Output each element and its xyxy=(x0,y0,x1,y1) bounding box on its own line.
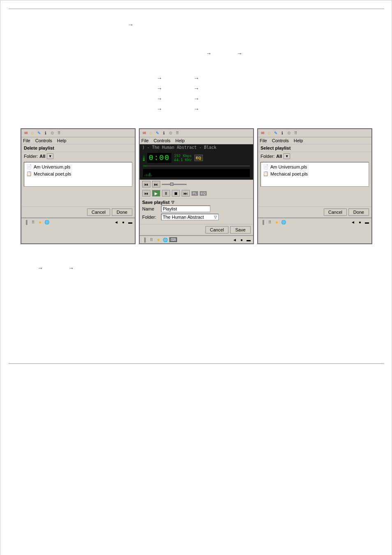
gear-icon-mid: ⚙ xyxy=(168,130,173,136)
right-menu-controls[interactable]: Controls xyxy=(272,138,289,143)
taskbar-play-right[interactable]: ● xyxy=(357,219,363,225)
folder-select[interactable]: The Human Abstract ▽ xyxy=(161,214,219,220)
left-menu-file[interactable]: File xyxy=(23,138,30,143)
edit-icon-mid: ✎ xyxy=(154,130,160,136)
player-display: 0:00 192 Kbps 44.1 KHz EQ xyxy=(140,150,253,180)
edit-icon-left: ✎ xyxy=(36,130,42,136)
left-done-button[interactable]: Done xyxy=(112,208,132,216)
middle-panel-taskbar: ▐ ⠿ ★ 🌐 ⌨ ◄ ● ▬ xyxy=(140,235,253,243)
mid-cancel-button[interactable]: Cancel xyxy=(205,226,228,234)
taskbar-prev-mid[interactable]: ◄ xyxy=(232,237,238,243)
grid-icon-right: ⠿ xyxy=(293,130,298,136)
eq-button[interactable]: EQ xyxy=(200,191,207,196)
gear-icon-right: ⚙ xyxy=(286,130,292,136)
taskbar-prev-left[interactable]: ◄ xyxy=(113,219,119,225)
left-folder-dropdown[interactable]: ▼ xyxy=(47,153,53,159)
right-menu-help[interactable]: Help xyxy=(294,138,303,143)
taskbar-play-left[interactable]: ● xyxy=(120,219,126,225)
left-playlist-area: 📄 Am Universum.pls 📋 Mechaical poet.pls xyxy=(24,162,132,187)
right-playlist-item-2[interactable]: 📋 Mechaical poet.pls xyxy=(262,170,368,177)
folder-form-row: Folder: The Human Abstract ▽ xyxy=(142,213,251,221)
taskbar-kbd-mid: ⌨ xyxy=(169,237,177,242)
bottom-arrows-area: → → xyxy=(9,252,384,355)
grid-icon-left: ⠿ xyxy=(56,130,62,136)
page-container: → → → → → → → → → → → ✉ ☺ ✎ ℹ ⚙ ⠿ xyxy=(0,0,392,555)
volume-slider[interactable] xyxy=(162,184,187,185)
arrow-2: → xyxy=(206,50,212,57)
right-playlist-name-1: Am Universum.pls xyxy=(270,164,307,169)
right-playlist-area: 📄 Am Universum.pls 📋 Mechaical poet.pls xyxy=(261,162,369,187)
left-menu-help[interactable]: Help xyxy=(57,138,67,143)
name-label: Name xyxy=(142,206,159,211)
left-cancel-button[interactable]: Cancel xyxy=(87,208,110,216)
right-menu-file[interactable]: File xyxy=(260,138,267,143)
multi-arrows-area: → → → → → → → → xyxy=(9,71,384,124)
mid-save-button[interactable]: Save xyxy=(230,226,251,234)
right-section-header: Select playlist xyxy=(258,144,371,152)
play-button[interactable]: ▶ xyxy=(152,190,160,197)
arrow-4a: → xyxy=(157,75,162,81)
smiley-icon-left: ☺ xyxy=(30,130,35,136)
left-menu-controls[interactable]: Controls xyxy=(35,138,52,143)
taskbar-globe-right: 🌐 xyxy=(281,219,286,225)
mid-menu-help[interactable]: Help xyxy=(175,138,185,143)
bottom-divider xyxy=(9,363,384,364)
left-panel-taskbar: ▐ ⠿ ★ 🌐 ◄ ● ▬ xyxy=(21,217,135,226)
taskbar-prev-right[interactable]: ◄ xyxy=(350,219,356,225)
eq-display-badge[interactable]: EQ xyxy=(194,155,203,161)
right-panel: ✉ ☺ ✎ ℹ ⚙ ⠿ File Controls Help Select pl… xyxy=(257,128,372,244)
envelope-icon-mid: ✉ xyxy=(141,130,147,136)
name-input[interactable] xyxy=(161,206,210,212)
arrow-6b: → xyxy=(194,95,199,102)
skip-back-button[interactable]: ⏮ xyxy=(142,181,150,187)
fast-forward-button[interactable]: ⏭ xyxy=(152,181,160,187)
left-panel-menubar: File Controls Help xyxy=(21,137,135,144)
right-panel-titlebar: ✉ ☺ ✎ ℹ ⚙ ⠿ xyxy=(258,129,371,137)
right-playlist-name-2: Mechaical poet.pls xyxy=(270,171,308,176)
stop-button[interactable]: ⏹ xyxy=(172,190,180,197)
save-playlist-label: Save playlist xyxy=(142,200,170,205)
volume-handle xyxy=(170,183,173,186)
left-section-header: Delete playlist xyxy=(21,144,135,152)
right-panel-menubar: File Controls Help xyxy=(258,137,371,144)
right-playlist-item-1[interactable]: 📄 Am Universum.pls xyxy=(262,163,368,170)
taskbar-bars-right: ▐ xyxy=(260,219,265,225)
info-icon-left: ℹ xyxy=(43,130,48,136)
pl-button[interactable]: PL xyxy=(191,191,198,196)
left-playlist-icon-1: 📄 xyxy=(26,164,32,169)
taskbar-bars-icon-left: ▐ xyxy=(23,219,29,225)
seek-bar[interactable] xyxy=(143,165,250,166)
left-panel-buttons: Cancel Done xyxy=(21,206,135,217)
right-folder-dropdown[interactable]: ▼ xyxy=(284,153,290,159)
left-titlebar-icons: ✉ ☺ ✎ ℹ ⚙ ⠿ xyxy=(23,130,62,136)
save-playlist-dropdown-icon[interactable]: ▽ xyxy=(171,200,174,204)
arrow-1: → xyxy=(128,21,134,28)
second-arrows-area: → → xyxy=(9,46,384,71)
right-panel-buttons: Cancel Done xyxy=(258,206,371,217)
left-playlist-item-2[interactable]: 📋 Mechaical poet.pls xyxy=(25,170,131,177)
mid-menu-file[interactable]: File xyxy=(141,138,149,143)
taskbar-grid-right: ⠿ xyxy=(267,219,272,225)
mid-menu-controls[interactable]: Controls xyxy=(154,138,171,143)
next-button[interactable]: ⏭ xyxy=(182,190,190,197)
envelope-icon-right: ✉ xyxy=(260,130,265,136)
taskbar-grid-mid: ⠿ xyxy=(148,237,154,243)
right-cancel-button[interactable]: Cancel xyxy=(324,208,347,216)
taskbar-play-mid[interactable]: ● xyxy=(239,237,244,243)
right-done-button[interactable]: Done xyxy=(348,208,369,216)
samplerate-display: 44.1 KHz xyxy=(174,158,191,162)
arrow-5a: → xyxy=(157,85,162,92)
taskbar-star-mid: ★ xyxy=(155,237,161,243)
taskbar-globe-icon-left: 🌐 xyxy=(44,219,50,225)
bitrate-display: 192 Kbps xyxy=(174,154,191,158)
taskbar-grid-icon-left: ⠿ xyxy=(30,219,36,225)
arrow-6a: → xyxy=(157,95,162,102)
taskbar-star-icon-left: ★ xyxy=(37,219,43,225)
player-time-row: 0:00 192 Kbps 44.1 KHz EQ xyxy=(143,153,250,163)
taskbar-vol-left: ▬ xyxy=(127,219,133,225)
prev-button[interactable]: ⏮ xyxy=(142,190,150,197)
pause-button[interactable]: ⏸ xyxy=(162,190,170,197)
player-info-block: 192 Kbps 44.1 KHz xyxy=(174,154,191,162)
vis-area xyxy=(143,169,250,177)
left-playlist-item-1[interactable]: 📄 Am Universum.pls xyxy=(25,163,131,170)
